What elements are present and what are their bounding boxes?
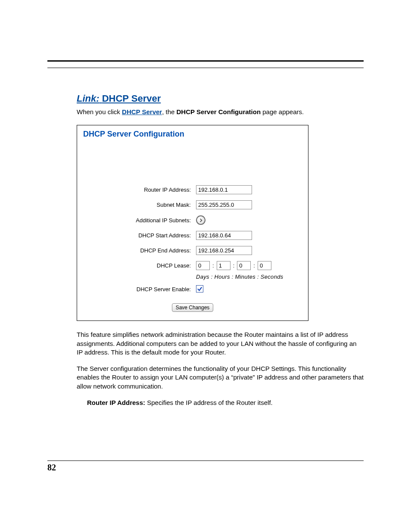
input-lease-days[interactable] <box>196 261 210 270</box>
label-dhcp-lease: DHCP Lease: <box>83 262 196 269</box>
intro-post: page appears. <box>261 108 304 115</box>
checkbox-dhcp-enable[interactable] <box>196 285 203 292</box>
label-subnet-mask: Subnet Mask: <box>83 202 196 208</box>
label-dhcp-enable: DHCP Server Enable: <box>83 286 196 292</box>
row-subnet-mask: Subnet Mask: <box>83 200 302 209</box>
label-dhcp-end: DHCP End Address: <box>83 247 196 254</box>
definition-body: Specifies the IP address of the Router i… <box>145 399 273 406</box>
row-dhcp-end: DHCP End Address: <box>83 246 302 255</box>
label-dhcp-start: DHCP Start Address: <box>83 232 196 239</box>
lease-sep-2: : <box>233 262 235 269</box>
input-lease-minutes[interactable] <box>237 261 251 270</box>
lease-units-caption: Days : Hours : Minutes : Seconds <box>196 274 302 280</box>
input-dhcp-end[interactable] <box>196 246 252 255</box>
definition-router-ip: Router IP Address: Specifies the IP addr… <box>87 398 363 407</box>
row-additional-subnets: Additional IP Subnets: <box>83 215 302 225</box>
expand-subnets-button[interactable] <box>196 215 206 225</box>
heading-title: DHCP Server <box>102 93 161 104</box>
save-changes-button[interactable]: Save Changes <box>172 303 214 312</box>
input-lease-seconds[interactable] <box>258 261 271 270</box>
description-paragraph-2: The Server configuration determines the … <box>77 364 364 391</box>
page-number: 82 <box>47 463 364 473</box>
intro-paragraph: When you click DHCP Server, the DHCP Ser… <box>77 108 364 116</box>
header-rule-heavy <box>47 60 364 62</box>
section-heading: Link: DHCP Server <box>77 93 364 104</box>
row-router-ip: Router IP Address: <box>83 185 302 194</box>
description-paragraph-1: This feature simplifies network administ… <box>77 330 364 357</box>
intro-pre: When you click <box>77 108 122 115</box>
definition-term: Router IP Address: <box>87 399 145 406</box>
header-rule-light <box>47 68 364 68</box>
footer-rule <box>47 460 364 461</box>
input-dhcp-start[interactable] <box>196 231 252 240</box>
lease-sep-3: : <box>253 262 255 269</box>
row-dhcp-start: DHCP Start Address: <box>83 231 302 240</box>
row-dhcp-enable: DHCP Server Enable: <box>83 285 302 293</box>
label-router-ip: Router IP Address: <box>83 187 196 193</box>
intro-mid: , the <box>162 108 176 115</box>
intro-link: DHCP Server <box>122 108 162 115</box>
row-dhcp-lease: DHCP Lease: : : : <box>83 261 302 270</box>
lease-sep-1: : <box>212 262 214 269</box>
input-lease-hours[interactable] <box>217 261 230 270</box>
intro-bold: DHCP Server Configuration <box>177 108 261 115</box>
chevron-right-icon <box>199 218 203 222</box>
panel-title: DHCP Server Configuration <box>83 130 302 139</box>
heading-prefix: Link: <box>77 93 100 104</box>
input-router-ip[interactable] <box>196 185 252 194</box>
checkmark-icon <box>197 286 202 292</box>
input-subnet-mask[interactable] <box>196 200 252 209</box>
label-additional-subnets: Additional IP Subnets: <box>83 217 196 224</box>
config-panel: DHCP Server Configuration Router IP Addr… <box>77 125 308 321</box>
